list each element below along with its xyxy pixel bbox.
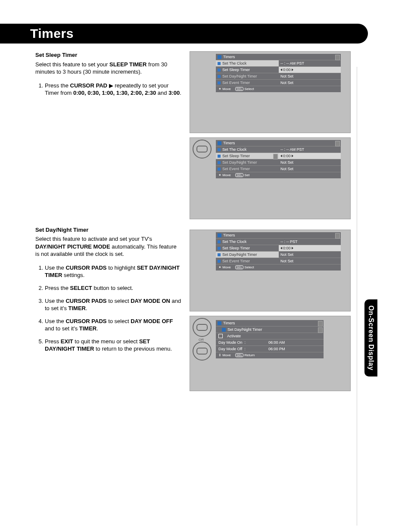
remote-icons-stack: OR xyxy=(193,318,210,361)
osd3-item-clock: Set The Clock xyxy=(222,240,246,244)
sleep-step-1: Press the CURSOR PAD ▶ repeatedly to set… xyxy=(45,82,182,97)
osd1-item-sleep: Set Sleep Timer xyxy=(222,68,250,72)
dnt-step-3: Use the CURSOR PADS to select DAY MODE O… xyxy=(45,297,182,312)
sleep-heading: Set Sleep Timer xyxy=(35,51,182,59)
osd1-footer: ✦ MoveSEL Select xyxy=(216,86,341,92)
menu-icon xyxy=(218,141,221,145)
tab-chip-icon xyxy=(318,327,323,333)
osd4-menu: Timers Set Day/Night Timer Activate Day … xyxy=(216,320,324,358)
section-day-night-timer: Set Day/Night Timer Select this feature … xyxy=(35,226,182,353)
instruction-column: Set Sleep Timer Select this feature to s… xyxy=(35,51,182,395)
tab-chip-icon xyxy=(335,141,340,146)
tab-chip-icon xyxy=(318,321,323,327)
osd4-dayoff-row: Day Mode Off :06:00 PM xyxy=(216,346,324,352)
osd3-title: Timers xyxy=(223,233,235,237)
osd3-item-event: Set Event Timer xyxy=(222,259,250,263)
osd4-dayon-row: Day Mode On :06:00 AM xyxy=(216,339,324,346)
osd2-item-dnt: Set Day/Night Timer xyxy=(222,160,257,165)
osd1-menu: Timers Set The Clock-- : -- AM PST Set S… xyxy=(216,54,341,92)
sleep-steps: Press the CURSOR PAD ▶ repeatedly to set… xyxy=(35,82,182,97)
section-sleep-timer: Set Sleep Timer Select this feature to s… xyxy=(35,51,182,97)
osd3-sleep-value: 0:00 xyxy=(279,245,341,252)
osd2-menu: Timers Set The Clock-- : -- AM PST Set S… xyxy=(216,140,341,178)
remote-or-label: OR xyxy=(193,338,210,342)
osd2-title: Timers xyxy=(223,141,235,145)
dnt-step-2: Press the SELECT button to select. xyxy=(45,284,182,292)
osd2-sleep-value: 0:00 xyxy=(279,153,341,159)
page-title: Timers xyxy=(30,26,359,41)
menu-icon xyxy=(218,233,221,237)
page-header: Timers xyxy=(0,24,368,44)
osd3-dnt-value: Not Set xyxy=(279,252,341,258)
osd-column: Timers Set The Clock-- : -- AM PST Set S… xyxy=(190,51,351,395)
osd1-item-clock: Set The Clock xyxy=(222,61,246,65)
osd2-item-clock: Set The Clock xyxy=(222,147,246,152)
checkbox-icon xyxy=(218,334,223,338)
tab-chip-icon xyxy=(335,55,340,60)
osd1-sleep-value: 0:00 xyxy=(279,67,341,73)
menu-icon xyxy=(222,328,226,332)
osd4-dayon-value: 06:00 AM xyxy=(268,340,285,345)
osd2-item-event: Set Event Timer xyxy=(222,167,250,171)
osd1-item-event: Set Event Timer xyxy=(222,81,250,85)
osd-screenshot-3: Timers Set The Clock-- : -- PST Set Slee… xyxy=(190,230,351,311)
remote-select-icon xyxy=(193,318,212,337)
tab-chip-icon xyxy=(335,233,340,239)
sleep-intro: Select this feature to set your SLEEP TI… xyxy=(35,61,182,76)
osd-screenshot-2: Timers Set The Clock-- : -- AM PST Set S… xyxy=(190,137,351,219)
osd1-item-dnt: Set Day/Night Timer xyxy=(222,74,257,78)
osd1-title: Timers xyxy=(223,55,235,59)
osd3-menu: Timers Set The Clock-- : -- PST Set Slee… xyxy=(216,232,341,271)
menu-icon xyxy=(218,55,221,59)
osd2-event-value: Not Set xyxy=(279,166,341,172)
osd1-dnt-value: Not Set xyxy=(279,73,341,80)
osd4-parent-title: Timers xyxy=(223,321,235,325)
dnt-step-1: Use the CURSOR PADS to highlight SET DAY… xyxy=(45,264,182,279)
menu-icon xyxy=(218,321,221,325)
remote-cursor-icon xyxy=(193,342,212,361)
osd1-clock-value: -- : -- AM PST xyxy=(279,60,341,67)
osd3-clock-value: -- : -- PST xyxy=(279,239,341,245)
dnt-steps: Use the CURSOR PADS to highlight SET DAY… xyxy=(35,264,182,353)
osd2-dnt-value: Not Set xyxy=(279,159,341,166)
osd-screenshot-1: Timers Set The Clock-- : -- AM PST Set S… xyxy=(190,51,351,133)
osd4-footer: ⇕ MoveSEL Return xyxy=(216,352,324,358)
dnt-heading: Set Day/Night Timer xyxy=(35,226,182,234)
tab-chip-icon xyxy=(273,154,278,159)
osd4-dayoff-value: 06:00 PM xyxy=(268,347,285,351)
dnt-intro: Select this feature to activate and set … xyxy=(35,235,182,258)
osd-screenshot-4: OR Timers Set Day/Night Timer Activate D… xyxy=(190,316,351,391)
osd3-event-value: Not Set xyxy=(279,258,341,264)
remote-cursor-icon xyxy=(193,140,212,159)
osd2-footer: ✦ MoveSEL Set xyxy=(216,172,341,178)
osd1-event-value: Not Set xyxy=(279,80,341,86)
osd2-clock-value: -- : -- AM PST xyxy=(279,146,341,153)
osd3-item-sleep: Set Sleep Timer xyxy=(222,246,250,250)
dnt-step-5: Press EXIT to quit the menu or select SE… xyxy=(45,338,182,353)
osd2-item-sleep: Set Sleep Timer xyxy=(222,154,250,158)
osd4-title: Set Day/Night Timer xyxy=(227,327,262,332)
dnt-step-4: Use the CURSOR PADS to select DAY MODE O… xyxy=(45,317,182,333)
osd3-footer: ✦ MoveSEL Select xyxy=(216,264,341,271)
osd3-item-dnt: Set Day/Night Timer xyxy=(222,252,257,257)
osd4-activate-row: Activate xyxy=(216,333,324,339)
